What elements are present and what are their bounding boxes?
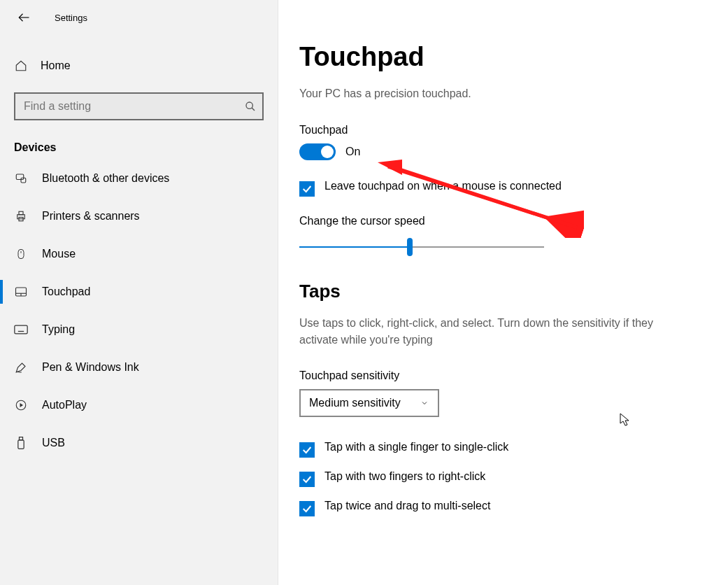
home-icon (14, 59, 28, 73)
page-subtitle: Your PC has a precision touchpad. (299, 87, 707, 100)
printer-icon (14, 209, 28, 223)
sidebar-item-pen[interactable]: Pen & Windows Ink (0, 348, 278, 386)
main-content: Touchpad Your PC has a precision touchpa… (278, 0, 728, 585)
sidebar-item-label: Mouse (42, 248, 76, 260)
keyboard-icon (14, 323, 28, 337)
sensitivity-dropdown[interactable]: Medium sensitivity (299, 389, 439, 417)
svg-rect-21 (20, 437, 23, 440)
svg-marker-20 (20, 403, 24, 407)
tap-drag-checkbox[interactable] (299, 501, 315, 516)
tap-single-finger-checkbox[interactable] (299, 442, 315, 458)
sidebar-item-label: Typing (42, 323, 75, 336)
svg-rect-6 (19, 211, 23, 215)
slider-fill (299, 246, 410, 248)
checkmark-icon (301, 444, 313, 456)
leave-touchpad-label: Leave touchpad on when a mouse is connec… (324, 180, 562, 192)
sidebar-item-typing[interactable]: Typing (0, 311, 278, 348)
svg-rect-8 (18, 249, 24, 258)
sidebar-item-label: Touchpad (42, 286, 90, 298)
svg-rect-3 (16, 174, 24, 180)
sidebar-item-label: AutoPlay (42, 399, 87, 411)
svg-rect-22 (18, 440, 24, 449)
sensitivity-value: Medium sensitivity (309, 397, 401, 409)
taps-description: Use taps to click, right-click, and sele… (299, 315, 691, 348)
chevron-down-icon (420, 398, 429, 408)
svg-rect-5 (17, 215, 25, 219)
search-icon (244, 100, 257, 113)
sidebar-item-bluetooth[interactable]: Bluetooth & other devices (0, 160, 278, 197)
sidebar-item-printers[interactable]: Printers & scanners (0, 197, 278, 235)
bluetooth-icon (14, 171, 28, 185)
checkmark-icon (301, 183, 313, 195)
leave-touchpad-checkbox[interactable] (299, 181, 315, 197)
sidebar: Settings Home Devices Bluetooth & other … (0, 0, 278, 585)
tap-drag-label: Tap twice and drag to multi-select (324, 500, 490, 512)
tap-two-finger-label: Tap with two fingers to right-click (324, 470, 485, 483)
sidebar-item-label: Bluetooth & other devices (42, 172, 169, 185)
checkmark-icon (301, 503, 313, 514)
sidebar-item-autoplay[interactable]: AutoPlay (0, 386, 278, 424)
cursor-speed-label: Change the cursor speed (299, 215, 707, 227)
slider-thumb[interactable] (407, 238, 413, 256)
svg-rect-13 (15, 325, 27, 334)
search-container (14, 92, 264, 120)
touchpad-icon (14, 285, 28, 299)
search-input[interactable] (14, 92, 264, 120)
sidebar-home-label: Home (41, 59, 71, 72)
tap-single-finger-label: Tap with a single finger to single-click (324, 441, 508, 453)
pen-icon (14, 360, 28, 374)
sidebar-home[interactable]: Home (0, 49, 278, 83)
tap-two-finger-checkbox[interactable] (299, 472, 315, 487)
sidebar-item-usb[interactable]: USB (0, 424, 278, 462)
sidebar-item-label: USB (42, 437, 65, 449)
sidebar-item-label: Printers & scanners (42, 210, 140, 223)
usb-icon (14, 436, 28, 450)
svg-point-1 (246, 102, 252, 108)
window-title: Settings (55, 13, 87, 23)
sidebar-item-label: Pen & Windows Ink (42, 361, 139, 374)
svg-line-2 (252, 108, 255, 111)
checkmark-icon (301, 474, 313, 485)
toggle-state-text: On (345, 146, 360, 158)
sensitivity-label: Touchpad sensitivity (299, 369, 707, 382)
autoplay-icon (14, 398, 28, 412)
sidebar-item-touchpad[interactable]: Touchpad (0, 273, 278, 311)
taps-heading: Taps (299, 281, 707, 302)
touchpad-toggle-label: Touchpad (299, 124, 707, 136)
back-arrow-icon (17, 11, 30, 24)
touchpad-toggle[interactable] (299, 143, 336, 160)
sidebar-item-mouse[interactable]: Mouse (0, 235, 278, 273)
mouse-icon (14, 247, 28, 261)
back-button[interactable] (13, 6, 35, 29)
cursor-speed-slider[interactable] (299, 239, 544, 255)
page-title: Touchpad (299, 42, 707, 72)
category-heading: Devices (14, 141, 278, 154)
